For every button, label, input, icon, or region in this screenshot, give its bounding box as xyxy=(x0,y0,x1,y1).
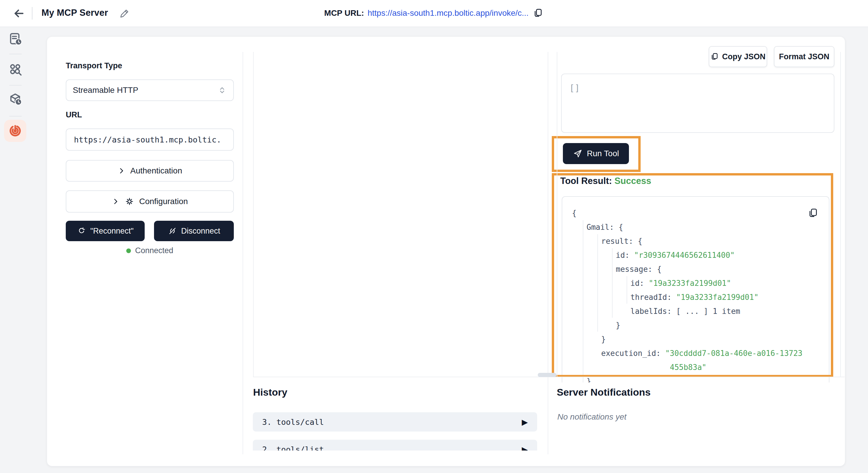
configuration-accordion[interactable]: Configuration xyxy=(66,190,234,212)
sidebar-item-package-history[interactable] xyxy=(8,92,22,105)
expand-play-icon[interactable]: ▶ xyxy=(522,417,528,427)
connection-status: Connected xyxy=(66,246,234,255)
horizontal-scrollbar-thumb[interactable] xyxy=(538,373,556,377)
sidebar-divider xyxy=(9,54,22,54)
sidebar-item-form-history[interactable] xyxy=(8,32,22,45)
url-input[interactable]: https://asia-south1.mcp.boltic. xyxy=(66,129,234,151)
disconnect-label: Disconnect xyxy=(181,227,220,236)
disconnect-button[interactable]: Disconnect xyxy=(154,221,234,241)
no-notifications-text: No notifications yet xyxy=(557,412,627,421)
tool-result-label: Tool Result: xyxy=(560,176,612,186)
authentication-accordion[interactable]: Authentication xyxy=(66,160,234,181)
reconnect-label: "Reconnect" xyxy=(90,227,133,236)
format-json-button[interactable]: Format JSON xyxy=(774,46,834,67)
tool-result-status: Success xyxy=(614,176,651,186)
transport-type-select[interactable]: Streamable HTTP xyxy=(66,79,234,101)
tool-result-highlight-box xyxy=(552,173,833,377)
sidebar-divider xyxy=(9,116,22,116)
copy-json-label: Copy JSON xyxy=(722,52,766,61)
panel-divider xyxy=(557,52,557,377)
package-history-icon xyxy=(8,92,22,105)
tool-runner-panel: Copy JSON Format JSON [] Run Tool Tool R… xyxy=(550,36,843,382)
chevron-updown-icon xyxy=(217,86,227,95)
expand-play-icon[interactable]: ▶ xyxy=(522,445,528,451)
chevron-right-icon xyxy=(118,167,126,175)
disconnect-icon xyxy=(168,226,177,236)
history-item-label: 2. tools/list xyxy=(262,445,522,451)
run-tool-highlight-box: Run Tool xyxy=(552,136,641,172)
transport-type-label: Transport Type xyxy=(66,61,122,70)
tool-arguments-value: [] xyxy=(569,83,580,93)
panel-divider xyxy=(243,52,243,454)
copy-icon xyxy=(711,53,719,61)
history-item[interactable]: 2. tools/list▶ xyxy=(253,440,537,450)
refresh-icon xyxy=(77,226,86,236)
chevron-right-icon xyxy=(112,197,120,206)
sidebar-item-mcp-active[interactable] xyxy=(4,120,26,142)
edit-title-button[interactable] xyxy=(118,7,131,20)
pencil-icon xyxy=(119,8,130,19)
configuration-label: Configuration xyxy=(139,197,188,206)
status-dot-icon xyxy=(126,248,131,253)
history-item-label: 3. tools/call xyxy=(262,417,522,427)
history-title: History xyxy=(253,386,287,398)
url-label: URL xyxy=(66,110,82,120)
topbar-divider xyxy=(32,7,32,20)
panel-divider xyxy=(840,52,841,377)
panel-divider xyxy=(253,52,254,377)
run-tool-label: Run Tool xyxy=(587,149,619,158)
back-arrow-icon xyxy=(12,7,25,20)
copy-url-icon[interactable] xyxy=(532,7,544,19)
url-input-value: https://asia-south1.mcp.boltic. xyxy=(74,135,221,144)
server-notifications-title: Server Notifications xyxy=(557,386,651,398)
history-item[interactable]: 3. tools/call▶ xyxy=(253,412,537,432)
status-text: Connected xyxy=(135,246,173,255)
copy-json-button[interactable]: Copy JSON xyxy=(709,46,767,67)
send-icon xyxy=(573,148,583,159)
gear-icon xyxy=(124,197,134,206)
panel-divider xyxy=(548,52,548,454)
tool-result-heading: Tool Result: Success xyxy=(560,176,651,186)
run-tool-button[interactable]: Run Tool xyxy=(563,143,629,164)
mcp-target-icon xyxy=(8,124,22,138)
authentication-label: Authentication xyxy=(130,166,182,175)
history-list: 3. tools/call▶2. tools/list▶ xyxy=(253,412,537,450)
reconnect-button[interactable]: "Reconnect" xyxy=(66,221,145,241)
back-button[interactable] xyxy=(12,6,26,21)
page-title: My MCP Server xyxy=(41,8,108,18)
form-history-icon xyxy=(8,32,22,45)
format-json-label: Format JSON xyxy=(779,52,830,61)
transport-type-value: Streamable HTTP xyxy=(73,86,217,95)
tool-arguments-textarea[interactable]: [] xyxy=(561,74,834,133)
mcp-url-link[interactable]: https://asia-south1.mcp.boltic.app/invok… xyxy=(368,8,529,18)
apps-search-icon xyxy=(8,63,22,76)
sidebar-item-apps-search[interactable] xyxy=(8,63,22,76)
mcp-url-label: MCP URL: xyxy=(324,8,364,18)
sidebar-divider xyxy=(9,85,22,86)
